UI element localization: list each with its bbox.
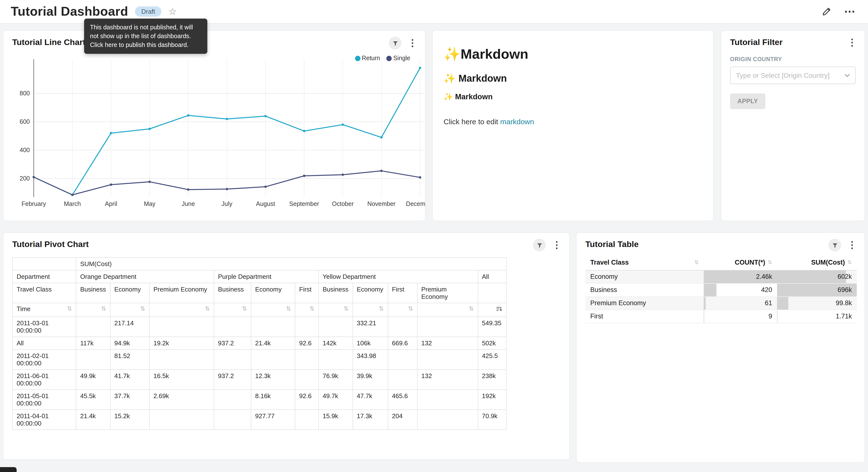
pivot-table: SUM(Cost)DepartmentOrange DepartmentPurp… bbox=[12, 257, 506, 430]
sort-icon: ⇅ bbox=[309, 306, 314, 312]
markdown-card: ✨Markdown ✨ Markdown ✨ Markdown Click he… bbox=[432, 30, 713, 221]
chevron-down-icon bbox=[844, 73, 850, 77]
pivot-cell: 937.2 bbox=[214, 337, 251, 350]
more-menu-icon[interactable]: ⋯ bbox=[844, 6, 855, 17]
cell-count: 2.46k bbox=[704, 270, 777, 283]
pivot-sort-col[interactable]: ⇅ bbox=[388, 303, 417, 317]
page-title: Tutorial Dashboard bbox=[11, 4, 128, 19]
svg-text:May: May bbox=[144, 200, 156, 207]
pivot-cell: 132 bbox=[417, 337, 478, 350]
pivot-cell: 204 bbox=[388, 410, 417, 430]
status-badge[interactable]: Draft bbox=[135, 6, 161, 17]
draft-tooltip: This dashboard is not published, it will… bbox=[84, 19, 207, 54]
pivot-class-header: Economy bbox=[352, 283, 388, 303]
svg-text:400: 400 bbox=[20, 147, 30, 153]
pivot-sort-col[interactable]: ⇅ bbox=[149, 303, 214, 317]
pivot-row: 2011-06-01 00:00:0049.9k41.7k16.5k937.21… bbox=[12, 370, 506, 390]
pivot-cell: 16.5k bbox=[149, 370, 214, 390]
pivot-cell: 217.14 bbox=[110, 317, 149, 337]
pivot-sort-col[interactable]: ⇅ bbox=[251, 303, 295, 317]
apply-button[interactable]: APPLY bbox=[730, 93, 765, 109]
kebab-menu-icon[interactable]: ⋮ bbox=[845, 37, 859, 49]
pivot-row: 2011-05-01 00:00:0045.5k37.7k2.69k8.16k9… bbox=[12, 390, 506, 410]
pivot-cell bbox=[295, 410, 319, 430]
table-row[interactable]: Economy2.46k602k bbox=[585, 270, 857, 283]
kebab-menu-icon[interactable]: ⋮ bbox=[550, 239, 563, 251]
legend-label: Return bbox=[362, 55, 380, 62]
pivot-cell: 669.6 bbox=[388, 337, 417, 350]
table-card: Tutorial Table ⋮ Travel Class⇅ COUNT(*)⇅… bbox=[576, 232, 865, 463]
pivot-sort-col[interactable]: ⇅ bbox=[295, 303, 319, 317]
pivot-sort-col[interactable]: ⇅ bbox=[110, 303, 149, 317]
table-row[interactable]: Premium Economy6199.8k bbox=[585, 296, 857, 309]
kebab-menu-icon[interactable]: ⋮ bbox=[406, 37, 419, 49]
sort-icon: ⇅ bbox=[205, 306, 210, 312]
cross-filter-icon[interactable] bbox=[828, 239, 841, 252]
pivot-sort-col-all[interactable] bbox=[478, 303, 506, 317]
svg-text:July: July bbox=[221, 200, 232, 207]
pivot-cell bbox=[149, 410, 214, 430]
pivot-department-row: DepartmentOrange DepartmentPurple Depart… bbox=[12, 270, 506, 283]
pivot-cell: 132 bbox=[417, 370, 478, 390]
table-row[interactable]: First91.71k bbox=[585, 309, 857, 323]
cross-filter-icon[interactable] bbox=[389, 37, 401, 50]
markdown-h1: ✨Markdown bbox=[443, 46, 702, 62]
markdown-link[interactable]: markdown bbox=[500, 117, 534, 126]
favorite-star-icon[interactable]: ☆ bbox=[168, 7, 177, 16]
bottom-left-artifact bbox=[0, 467, 17, 472]
pivot-cell: 37.7k bbox=[110, 390, 149, 410]
cell-travel-class: Premium Economy bbox=[585, 296, 704, 309]
filter-card-title: Tutorial Filter bbox=[730, 38, 783, 48]
pivot-sort-col[interactable]: ⇅ bbox=[214, 303, 251, 317]
pivot-cell: 549.35 bbox=[478, 317, 506, 337]
legend-item[interactable]: Return bbox=[355, 55, 380, 62]
kebab-menu-icon[interactable]: ⋮ bbox=[845, 239, 859, 251]
column-header-travel-class[interactable]: Travel Class⇅ bbox=[585, 255, 704, 270]
pivot-cell: 238k bbox=[478, 370, 506, 390]
pivot-cell bbox=[214, 390, 251, 410]
pivot-cell bbox=[417, 317, 478, 337]
pivot-cell: 39.9k bbox=[352, 370, 388, 390]
pivot-class-header: First bbox=[295, 283, 319, 303]
pivot-cell bbox=[319, 350, 353, 370]
sort-icon: ⇅ bbox=[344, 306, 348, 312]
pivot-cell: 17.3k bbox=[352, 410, 388, 430]
pivot-cell: 15.2k bbox=[110, 410, 149, 430]
pivot-sort-time[interactable]: Time⇅ bbox=[12, 303, 76, 317]
column-header-sum-cost[interactable]: SUM(Cost)⇅ bbox=[777, 255, 857, 270]
column-header-count[interactable]: COUNT(*)⇅ bbox=[704, 255, 777, 270]
pivot-sort-col[interactable]: ⇅ bbox=[76, 303, 110, 317]
pivot-cell: 465.6 bbox=[388, 390, 417, 410]
pivot-cell: 81.52 bbox=[110, 350, 149, 370]
select-placeholder: Type or Select [Origin Country] bbox=[736, 71, 830, 79]
table-row[interactable]: Business420696k bbox=[585, 283, 857, 296]
svg-text:April: April bbox=[105, 200, 117, 207]
pivot-cell: 47.7k bbox=[352, 390, 388, 410]
pivot-cell: 927.77 bbox=[251, 410, 295, 430]
origin-country-select[interactable]: Type or Select [Origin Country] bbox=[730, 66, 856, 84]
cell-sum-cost: 1.71k bbox=[777, 309, 857, 323]
pivot-sort-col[interactable]: ⇅ bbox=[352, 303, 388, 317]
pivot-cell bbox=[251, 317, 295, 337]
pivot-cell bbox=[149, 317, 214, 337]
pivot-cell bbox=[76, 317, 110, 337]
pivot-class-header: Business bbox=[214, 283, 251, 303]
sort-icon: ⇅ bbox=[379, 306, 384, 312]
cross-filter-icon[interactable] bbox=[533, 239, 546, 252]
pivot-class-header: First bbox=[388, 283, 417, 303]
pivot-row-header: 2011-03-01 00:00:00 bbox=[12, 317, 76, 337]
markdown-h3: ✨ Markdown bbox=[443, 92, 702, 101]
pivot-sort-col[interactable]: ⇅ bbox=[417, 303, 478, 317]
pivot-sort-col[interactable]: ⇅ bbox=[319, 303, 353, 317]
sort-icon: ⇅ bbox=[242, 306, 247, 312]
edit-dashboard-icon[interactable] bbox=[822, 7, 831, 16]
line-chart-card: FebruaryMarchAprilMayJuneJulyAugustSepte… bbox=[3, 30, 426, 221]
pivot-cell: 45.5k bbox=[76, 390, 110, 410]
pivot-cell bbox=[76, 350, 110, 370]
markdown-h2: ✨ Markdown bbox=[443, 72, 702, 84]
legend-item[interactable]: Single bbox=[386, 55, 410, 62]
svg-text:200: 200 bbox=[20, 175, 30, 182]
cell-travel-class: Economy bbox=[585, 270, 704, 283]
table-title: Tutorial Table bbox=[585, 240, 639, 249]
pivot-cell bbox=[295, 350, 319, 370]
